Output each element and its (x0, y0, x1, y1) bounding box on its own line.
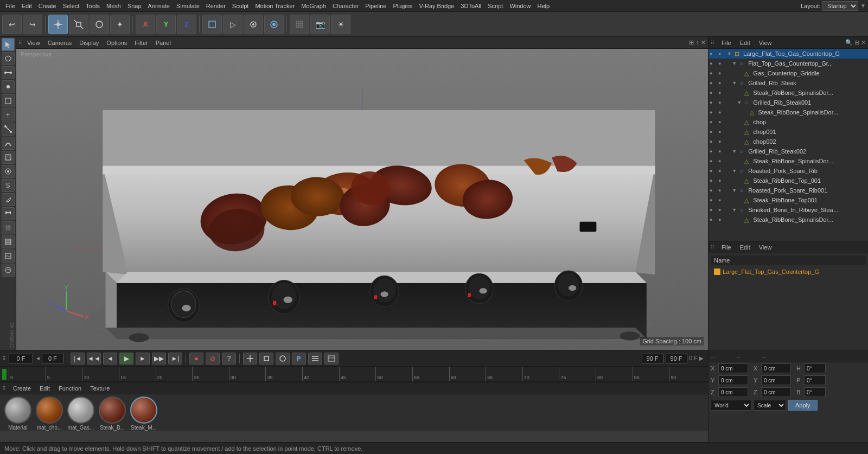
transform-tool-button[interactable]: ✦ (110, 15, 130, 34)
viewport-menu-view[interactable]: View (24, 39, 43, 47)
scene-tree-menu-file[interactable]: File (719, 39, 733, 47)
vis-icon-2[interactable]: ● (710, 61, 718, 66)
vis-render-icon-13[interactable]: ● (718, 168, 727, 174)
tree-item-6[interactable]: ● ● ▼ ○ Grilled_Rib_Steak001 (709, 98, 868, 107)
rotate-tool-button[interactable] (90, 15, 109, 34)
vis-icon-8[interactable]: ● (710, 119, 718, 125)
menu-file[interactable]: File (2, 2, 18, 10)
material-toggle[interactable]: ⠿ (2, 386, 7, 391)
vis-icon-10[interactable]: ● (710, 139, 718, 144)
record-button[interactable]: ● (189, 353, 203, 365)
vis-icon-1[interactable]: ● (710, 51, 718, 56)
scene-tree-toggle[interactable]: ⠿ (711, 40, 715, 46)
coord-z-pos[interactable] (718, 387, 748, 397)
layers-tool[interactable] (2, 235, 15, 248)
coord-h-val[interactable] (804, 363, 826, 373)
material-ball-3[interactable] (99, 397, 126, 424)
attr-menu-edit[interactable]: Edit (738, 243, 752, 252)
tree-item-7[interactable]: ● ● △ Steak_RibBone_SpinalisDor... (709, 107, 868, 117)
menu-plugins[interactable]: Plugins (390, 2, 416, 10)
key-rot-button[interactable] (276, 353, 290, 365)
tree-item-1[interactable]: ● ● ▼ ⊡ Large_Flat_Top_Gas_Countertop_G (709, 49, 868, 59)
viewport-menu-panel[interactable]: Panel (152, 39, 174, 47)
menu-animate[interactable]: Animate (145, 2, 173, 10)
scale-tool-button[interactable] (69, 15, 88, 34)
grid-tool[interactable] (2, 221, 15, 234)
menu-select[interactable]: Select (60, 2, 83, 10)
menu-character[interactable]: Character (329, 2, 362, 10)
auto-key-button[interactable]: ⊘ (206, 353, 220, 365)
material-ball-1[interactable] (36, 397, 63, 424)
coord-x-pos[interactable] (718, 363, 748, 373)
z-axis-button[interactable]: Z (177, 15, 196, 34)
move-tool-button[interactable] (48, 15, 68, 34)
cursor-tool[interactable] (2, 38, 15, 51)
timeline-toggle[interactable]: ⠿ (2, 356, 7, 361)
viewport-icon-maximize[interactable]: ⊞ (689, 39, 694, 46)
menu-render[interactable]: Render (203, 2, 229, 10)
tree-item-9[interactable]: ● ● △ chop001 (709, 127, 868, 137)
goto-start-button[interactable]: |◄ (71, 353, 85, 365)
menu-motion-tracker[interactable]: Motion Tracker (252, 2, 298, 10)
coord-b-val[interactable] (804, 387, 826, 397)
coord-y-pos[interactable] (718, 375, 748, 385)
magnet-tool[interactable] (2, 207, 15, 220)
scene-search-icon[interactable]: 🔍 (845, 39, 853, 46)
viewport-icon-close[interactable]: ✕ (701, 39, 706, 46)
vis-render-icon-7[interactable]: ● (718, 110, 727, 115)
next-frame-button[interactable]: ► (136, 353, 150, 365)
menu-script[interactable]: Script (484, 2, 506, 10)
undo-button[interactable]: ↩ (2, 15, 22, 34)
timeline-more[interactable] (308, 353, 322, 365)
menu-simulate[interactable]: Simulate (173, 2, 203, 10)
viewport-menu-filter[interactable]: Filter (131, 39, 151, 47)
tree-item-4[interactable]: ● ● ▼ ○ Grilled_Rib_Steak (709, 78, 868, 88)
tree-item-3[interactable]: ● ● △ Gas_Countertop_Griddle (709, 68, 868, 78)
y-axis-button[interactable]: Y (156, 15, 176, 34)
vis-icon-13[interactable]: ● (710, 168, 718, 174)
paint-tool[interactable] (2, 165, 15, 178)
vis-render-icon-2[interactable]: ● (718, 61, 727, 66)
menu-window[interactable]: Window (506, 2, 534, 10)
sync-tool[interactable] (2, 264, 15, 277)
world-mode-select[interactable]: World Object (711, 400, 751, 411)
object-mode-button[interactable] (202, 15, 222, 34)
current-frame-input[interactable] (9, 354, 33, 363)
menu-tools[interactable]: Tools (82, 2, 103, 10)
next-key-button[interactable]: ▶▶ (152, 353, 166, 365)
tree-item-16[interactable]: ● ● △ Steak_RibBone_Top001 (709, 195, 868, 205)
vis-icon-16[interactable]: ● (710, 197, 718, 203)
object-tool[interactable] (2, 94, 15, 107)
polygon-tool[interactable] (2, 52, 15, 65)
vis-icon-7[interactable]: ● (710, 110, 718, 115)
vis-icon-9[interactable]: ● (710, 129, 718, 135)
menu-create[interactable]: Create (35, 2, 60, 10)
vis-icon-12[interactable]: ● (710, 158, 718, 164)
viewport-menu-options[interactable]: Options (103, 39, 130, 47)
menu-mograph[interactable]: MoGraph (298, 2, 329, 10)
vis-render-icon-17[interactable]: ● (718, 207, 727, 213)
keyframe-button[interactable] (244, 15, 263, 34)
prev-frame-button[interactable]: ◄ (103, 353, 117, 365)
menu-vray[interactable]: V-Ray Bridge (416, 2, 458, 10)
vis-render-icon-15[interactable]: ● (718, 188, 727, 193)
knife-tool[interactable] (2, 193, 15, 206)
vis-icon-3[interactable]: ● (710, 71, 718, 76)
tree-item-5[interactable]: ● ● △ Steak_RibBone_SpinalisDor... (709, 88, 868, 98)
vis-icon-5[interactable]: ● (710, 90, 718, 95)
tree-item-8[interactable]: ● ● △ chop (709, 117, 868, 127)
tree-item-13[interactable]: ● ● ▼ ○ Roasted_Pork_Spare_Rib (709, 166, 868, 176)
camera-button[interactable]: 📷 (310, 15, 330, 34)
material-ball-4[interactable] (130, 397, 157, 424)
scene-filter-icon[interactable]: ⊞ (854, 39, 859, 46)
vis-icon-6[interactable]: ● (710, 100, 718, 105)
scene-tree-menu-edit[interactable]: Edit (738, 39, 752, 47)
menu-pipeline[interactable]: Pipeline (362, 2, 390, 10)
menu-mesh[interactable]: Mesh (103, 2, 124, 10)
key-pos-button[interactable] (259, 353, 273, 365)
material-menu-edit[interactable]: Edit (37, 384, 52, 393)
edge-tool[interactable] (2, 66, 15, 79)
vis-render-icon-4[interactable]: ● (718, 80, 727, 86)
layout-select[interactable]: Startup (822, 1, 858, 11)
goto-end-button[interactable]: ►| (168, 353, 182, 365)
